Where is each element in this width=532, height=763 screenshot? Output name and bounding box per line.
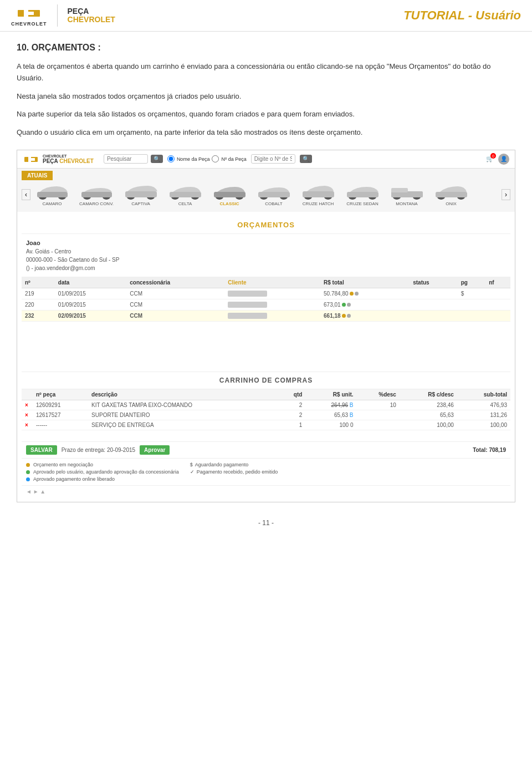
table-row-highlighted[interactable]: 232 02/09/2015 CCM ██████████ 661,18 <box>22 311 510 322</box>
car-item-onix[interactable]: ONIX <box>432 184 470 206</box>
car-list: CAMARO CAMARO CONV. <box>33 184 499 206</box>
legend-item-1: Orçamento em negociação <box>26 462 179 467</box>
desc-val-1: 10 <box>357 400 400 410</box>
radio-nome-label: Nome da Peça <box>177 156 210 162</box>
cell-conc: CCM <box>126 299 224 311</box>
svg-rect-23 <box>258 192 290 197</box>
num-peca-2: 12617527 <box>33 410 88 420</box>
salvar-button[interactable]: SALVAR <box>26 445 57 455</box>
next-arrow[interactable]: › <box>502 189 510 200</box>
serie-search-button[interactable]: 🔍 <box>300 155 312 163</box>
legend-item-4: $ Aguardando pagamento <box>190 462 278 467</box>
rs-cdesc-2: 65,63 <box>400 410 457 420</box>
prev-arrow[interactable]: ‹ <box>22 189 30 200</box>
onix-car-icon <box>433 184 469 200</box>
user-phone: () - joao.vendedor@gm.com <box>26 264 506 272</box>
cell-data: 01/09/2015 <box>55 299 126 311</box>
status-dot-gray2 <box>347 314 351 318</box>
user-info: Joao Av. Goiás - Centro 00000-000 - São … <box>22 234 510 278</box>
table-row[interactable]: 220 01/09/2015 CCM ██████████ 673,01 <box>22 299 510 311</box>
car-item-montana[interactable]: MONTANA <box>387 184 426 206</box>
svg-rect-33 <box>391 188 408 192</box>
app-search-area[interactable]: 🔍 <box>104 154 163 164</box>
col-pg: pg <box>458 277 486 288</box>
col-data: data <box>55 277 126 288</box>
radio-nome[interactable] <box>167 155 175 162</box>
app-header-right: 🛒 0 👤 <box>486 154 509 165</box>
cart-icon[interactable]: 🛒 0 <box>486 155 494 162</box>
legend-text-2: Aprovado pelo usuário, aguardando aprova… <box>33 469 179 475</box>
del-btn-2[interactable]: × <box>22 410 33 420</box>
car-item-celta[interactable]: CELTA <box>166 184 204 206</box>
search-button[interactable]: 🔍 <box>151 155 163 163</box>
search-input[interactable] <box>104 154 148 164</box>
footer-bar: SALVAR Prazo de entrega: 20-09-2015 Apro… <box>22 441 510 458</box>
orcamentos-title: ORÇAMENTOS <box>22 216 510 234</box>
car-item-cruze-hatch[interactable]: CRUZE HATCH <box>299 184 337 206</box>
rs-unit-2: 65,63 B <box>305 410 356 420</box>
col-cliente: Cliente <box>224 277 320 288</box>
nav-tab-atuais[interactable]: ATUAIS <box>22 171 53 180</box>
desc-2: SUPORTE DIANTEIRO <box>88 410 278 420</box>
del-btn-1[interactable]: × <box>22 400 33 410</box>
svg-rect-11 <box>81 192 112 197</box>
cell-nf <box>485 288 510 299</box>
radio-num[interactable] <box>212 155 219 162</box>
col-num: nº <box>22 277 55 288</box>
car-label-classic: CLASSIC <box>219 201 239 206</box>
car-item-captiva[interactable]: CAPTIVA <box>121 184 160 206</box>
svg-rect-20 <box>214 192 245 197</box>
legend-dot-orange <box>26 463 30 467</box>
legend-area: Orçamento em negociação Aprovado pelo us… <box>22 458 510 485</box>
legend-symbol-check: ✓ <box>190 469 195 475</box>
car-label-camaro: CAMARO <box>42 201 62 206</box>
legend-symbol-dollar: $ <box>190 462 193 467</box>
subtotal-1: 476,93 <box>457 400 510 410</box>
qtd-2: 2 <box>279 410 306 420</box>
serie-input[interactable] <box>251 154 295 164</box>
desc-val-3 <box>357 420 400 430</box>
prazo-label: Prazo de entrega: 20-09-2015 <box>62 447 135 453</box>
col-num-peca: nº peça <box>33 389 88 400</box>
car-item-classic[interactable]: CLASSIC <box>210 184 249 206</box>
car-item-camaro-conv[interactable]: CAMARO CONV. <box>77 184 116 206</box>
paragraph-2: Nesta janela são mostrados todos orçamen… <box>17 91 515 103</box>
cruze-hatch-car-icon <box>300 184 336 200</box>
screenshot-container: CHEVROLET PEÇA CHEVROLET 🔍 Nome da Peça … <box>17 150 515 503</box>
col-desc: %desc <box>357 389 400 400</box>
cell-status <box>410 299 457 311</box>
desc-3: SERVIÇO DE ENTREGA <box>88 420 278 430</box>
chevrolet-logo: CHEVROLET <box>11 4 47 27</box>
col-total: R$ total <box>320 277 410 288</box>
orcamentos-table: nº data concessionária Cliente R$ total … <box>22 277 510 322</box>
page-number: - 11 - <box>17 513 515 532</box>
desc-1: KIT GAXETAS TAMPA EIXO-COMANDO <box>88 400 278 410</box>
car-item-cobalt[interactable]: COBALT <box>254 184 293 206</box>
page-header: CHEVROLET PEÇA CHEVROLET TUTORIAL - Usuá… <box>0 0 532 32</box>
subtotal-2: 131,26 <box>457 410 510 420</box>
legend-dot-blue <box>26 477 30 481</box>
cell-pg <box>458 311 486 322</box>
del-btn-3[interactable]: × <box>22 420 33 430</box>
user-name: Joao <box>26 238 506 248</box>
cell-status <box>410 311 457 322</box>
user-avatar[interactable]: 👤 <box>498 154 509 165</box>
status-dot-gray <box>347 303 351 307</box>
peca-top: PEÇA <box>68 7 115 16</box>
paragraph-4: Quando o usuário clica em um orçamento, … <box>17 127 515 139</box>
table-row[interactable]: 219 01/09/2015 CCM ██████████ 50.784,80 … <box>22 288 510 299</box>
car-item-cruze-sedan[interactable]: CRUZE SEDAN <box>343 184 382 206</box>
main-content: 10. ORÇAMENTOS : A tela de orçamentos é … <box>0 32 532 543</box>
col-del <box>22 389 33 400</box>
cell-pg: $ <box>458 288 486 299</box>
peca-logo: PEÇA CHEVROLET <box>68 7 115 24</box>
aprovar-button[interactable]: Aprovar <box>140 445 170 455</box>
svg-rect-26 <box>303 191 334 197</box>
car-item-camaro[interactable]: CAMARO <box>33 184 71 206</box>
legend-text-3: Aprovado pagamento online liberado <box>33 476 115 482</box>
cell-cliente: ██████████ <box>224 288 320 299</box>
carrinho-table: nº peça descrição qtd R$ unit. %desc R$ … <box>22 389 510 430</box>
cell-num: 232 <box>22 311 55 322</box>
svg-rect-36 <box>436 192 467 197</box>
col-rs-cdesc: R$ c/desc <box>400 389 457 400</box>
